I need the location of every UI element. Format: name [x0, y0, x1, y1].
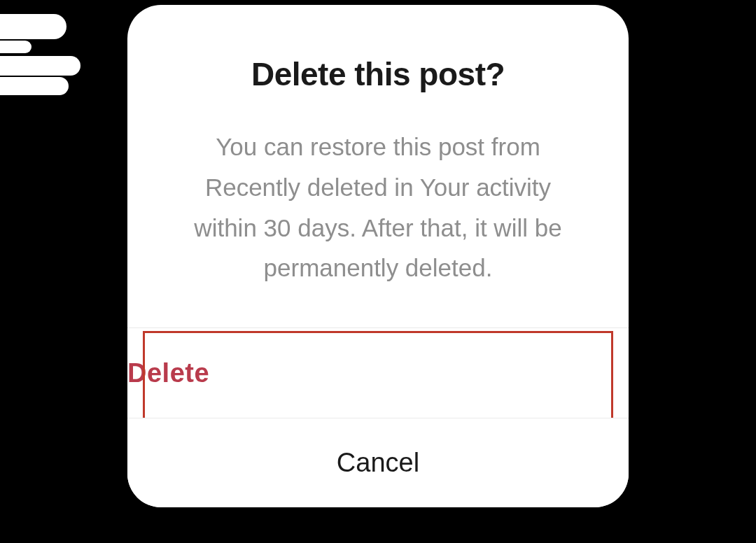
- dialog-title: Delete this post?: [169, 55, 587, 93]
- background-artifact: [0, 14, 66, 39]
- delete-button-label: Delete: [127, 358, 209, 388]
- dialog-header: Delete this post? You can restore this p…: [127, 5, 629, 327]
- delete-button-wrap: Delete: [127, 328, 629, 418]
- background-artifact: [0, 41, 31, 53]
- delete-button[interactable]: Delete: [127, 328, 209, 418]
- background-artifact: [0, 77, 69, 95]
- dialog-actions: Delete Cancel: [127, 327, 629, 507]
- cancel-button-label: Cancel: [337, 448, 419, 478]
- cancel-button[interactable]: Cancel: [127, 418, 629, 507]
- dialog-message: You can restore this post from Recently …: [169, 127, 587, 288]
- delete-post-dialog: Delete this post? You can restore this p…: [127, 5, 629, 507]
- background-artifact: [0, 56, 80, 76]
- highlight-annotation: [143, 331, 613, 425]
